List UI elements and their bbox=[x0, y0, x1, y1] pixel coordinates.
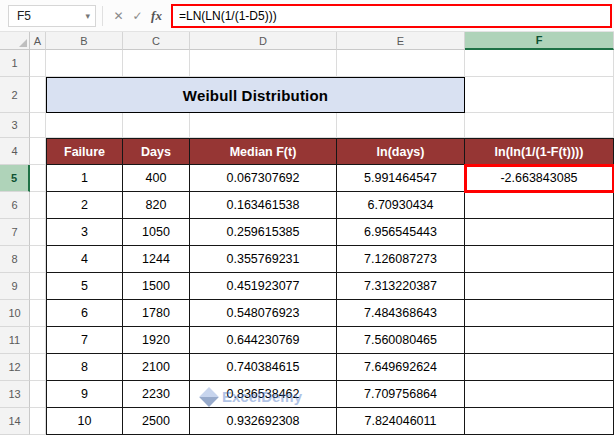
cell-F5[interactable]: -2.663843085 bbox=[465, 165, 614, 192]
row-header-11[interactable]: 11 bbox=[0, 327, 30, 354]
row-header-12[interactable]: 12 bbox=[0, 354, 30, 381]
row-header-6[interactable]: 6 bbox=[0, 192, 30, 219]
cell-F13[interactable] bbox=[465, 381, 614, 408]
cell-A1[interactable] bbox=[30, 50, 46, 77]
cell-A2[interactable] bbox=[30, 77, 46, 113]
name-box[interactable]: F5 ▾ bbox=[8, 5, 96, 27]
insert-function-icon[interactable]: fx bbox=[147, 8, 166, 24]
cell-C6[interactable]: 820 bbox=[123, 192, 190, 219]
enter-icon[interactable]: ✓ bbox=[128, 9, 147, 23]
cell-E3[interactable] bbox=[337, 113, 465, 138]
cell-E9[interactable]: 7.313220387 bbox=[337, 273, 465, 300]
cell-D12[interactable]: 0.740384615 bbox=[190, 354, 337, 381]
row-header-8[interactable]: 8 bbox=[0, 246, 30, 273]
cell-C9[interactable]: 1500 bbox=[123, 273, 190, 300]
cell-E4[interactable]: ln(days) bbox=[337, 138, 465, 165]
cell-D13[interactable]: 0.836538462 bbox=[190, 381, 337, 408]
column-header-A[interactable]: A bbox=[30, 32, 46, 50]
row-header-4[interactable]: 4 bbox=[0, 138, 30, 165]
cell-C12[interactable]: 2100 bbox=[123, 354, 190, 381]
cell-C3[interactable] bbox=[123, 113, 190, 138]
cell-B6[interactable]: 2 bbox=[46, 192, 123, 219]
row-header-14[interactable]: 14 bbox=[0, 408, 30, 435]
cell-E1[interactable] bbox=[337, 50, 465, 77]
cell-A9[interactable] bbox=[30, 273, 46, 300]
cell-E8[interactable]: 7.126087273 bbox=[337, 246, 465, 273]
cell-F1[interactable] bbox=[465, 50, 614, 77]
cell-C8[interactable]: 1244 bbox=[123, 246, 190, 273]
cell-E6[interactable]: 6.70930434 bbox=[337, 192, 465, 219]
column-header-B[interactable]: B bbox=[46, 32, 123, 50]
cell-D7[interactable]: 0.259615385 bbox=[190, 219, 337, 246]
cell-B12[interactable]: 8 bbox=[46, 354, 123, 381]
column-header-C[interactable]: C bbox=[123, 32, 190, 50]
cell-B11[interactable]: 7 bbox=[46, 327, 123, 354]
cell-A3[interactable] bbox=[30, 113, 46, 138]
cell-F7[interactable] bbox=[465, 219, 614, 246]
cell-B1[interactable] bbox=[46, 50, 123, 77]
cell-A8[interactable] bbox=[30, 246, 46, 273]
cell-F2[interactable] bbox=[465, 77, 614, 113]
cell-D8[interactable]: 0.355769231 bbox=[190, 246, 337, 273]
cell-F14[interactable] bbox=[465, 408, 614, 435]
cell-A13[interactable] bbox=[30, 381, 46, 408]
row-header-2[interactable]: 2 bbox=[0, 77, 30, 113]
cell-C11[interactable]: 1920 bbox=[123, 327, 190, 354]
row-header-13[interactable]: 13 bbox=[0, 381, 30, 408]
formula-input[interactable]: =LN(LN(1/(1-D5))) bbox=[171, 4, 612, 28]
cell-D4[interactable]: Median F(t) bbox=[190, 138, 337, 165]
cell-B5[interactable]: 1 bbox=[46, 165, 123, 192]
cell-A12[interactable] bbox=[30, 354, 46, 381]
select-all-corner[interactable] bbox=[0, 32, 30, 50]
cell-D9[interactable]: 0.451923077 bbox=[190, 273, 337, 300]
row-header-9[interactable]: 9 bbox=[0, 273, 30, 300]
cell-A6[interactable] bbox=[30, 192, 46, 219]
cell-A5[interactable] bbox=[30, 165, 46, 192]
cell-F4[interactable]: ln(ln(1/(1-F(t)))) bbox=[465, 138, 614, 165]
cell-B9[interactable]: 5 bbox=[46, 273, 123, 300]
cell-A11[interactable] bbox=[30, 327, 46, 354]
cell-C14[interactable]: 2500 bbox=[123, 408, 190, 435]
cell-F6[interactable] bbox=[465, 192, 614, 219]
cell-A7[interactable] bbox=[30, 219, 46, 246]
row-header-7[interactable]: 7 bbox=[0, 219, 30, 246]
cell-A10[interactable] bbox=[30, 300, 46, 327]
row-header-3[interactable]: 3 bbox=[0, 113, 30, 138]
cell-E7[interactable]: 6.956545443 bbox=[337, 219, 465, 246]
cell-C10[interactable]: 1780 bbox=[123, 300, 190, 327]
cell-B7[interactable]: 3 bbox=[46, 219, 123, 246]
cell-F10[interactable] bbox=[465, 300, 614, 327]
column-header-F[interactable]: F bbox=[465, 32, 614, 50]
column-header-E[interactable]: E bbox=[337, 32, 465, 50]
chevron-down-icon[interactable]: ▾ bbox=[85, 11, 90, 21]
cell-D6[interactable]: 0.163461538 bbox=[190, 192, 337, 219]
cell-C1[interactable] bbox=[123, 50, 190, 77]
cell-E11[interactable]: 7.560080465 bbox=[337, 327, 465, 354]
title-cell[interactable]: Weibull Distribution bbox=[46, 77, 465, 113]
cell-C4[interactable]: Days bbox=[123, 138, 190, 165]
cell-D5[interactable]: 0.067307692 bbox=[190, 165, 337, 192]
cell-B4[interactable]: Failure bbox=[46, 138, 123, 165]
cell-B8[interactable]: 4 bbox=[46, 246, 123, 273]
cell-D1[interactable] bbox=[190, 50, 337, 77]
cell-A14[interactable] bbox=[30, 408, 46, 435]
cell-C13[interactable]: 2230 bbox=[123, 381, 190, 408]
cell-E5[interactable]: 5.991464547 bbox=[337, 165, 465, 192]
cell-B3[interactable] bbox=[46, 113, 123, 138]
cancel-icon[interactable]: ✕ bbox=[109, 9, 128, 23]
cell-B13[interactable]: 9 bbox=[46, 381, 123, 408]
cell-E12[interactable]: 7.649692624 bbox=[337, 354, 465, 381]
cell-C7[interactable]: 1050 bbox=[123, 219, 190, 246]
cell-B10[interactable]: 6 bbox=[46, 300, 123, 327]
cell-F12[interactable] bbox=[465, 354, 614, 381]
cell-D14[interactable]: 0.932692308 bbox=[190, 408, 337, 435]
cell-D3[interactable] bbox=[190, 113, 337, 138]
cell-F8[interactable] bbox=[465, 246, 614, 273]
cell-C5[interactable]: 400 bbox=[123, 165, 190, 192]
row-header-5[interactable]: 5 bbox=[0, 165, 30, 192]
column-header-D[interactable]: D bbox=[190, 32, 337, 50]
cell-F11[interactable] bbox=[465, 327, 614, 354]
cell-B14[interactable]: 10 bbox=[46, 408, 123, 435]
cell-E13[interactable]: 7.709756864 bbox=[337, 381, 465, 408]
cell-E14[interactable]: 7.824046011 bbox=[337, 408, 465, 435]
